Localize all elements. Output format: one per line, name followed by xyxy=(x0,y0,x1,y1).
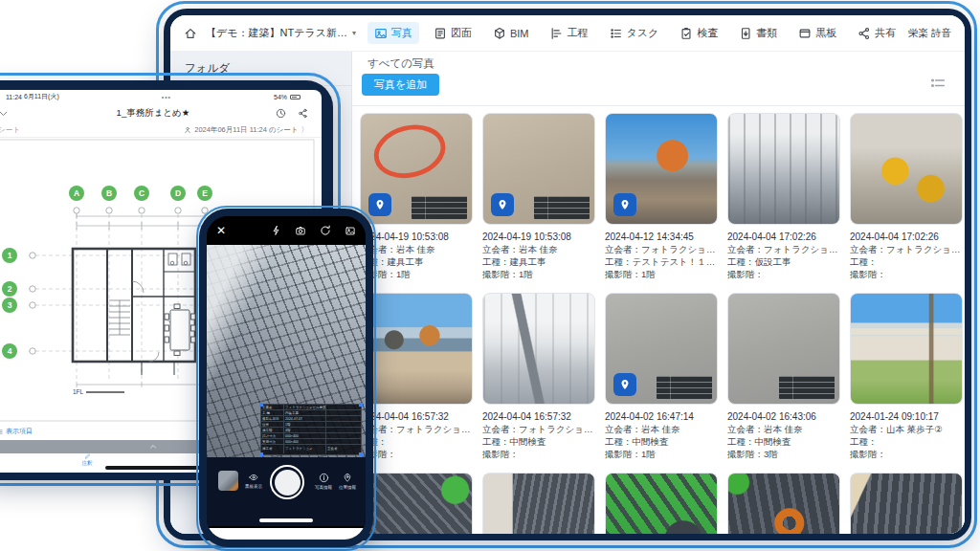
photo-card[interactable]: 2024-04-19 10:53:08 立会者：岩本 佳奈 工種：建具工事 撮影… xyxy=(360,113,473,280)
svg-text:E: E xyxy=(202,188,208,198)
photo-caption: 2024-04-19 10:53:08 立会者：岩本 佳奈 工種：建具工事 撮影… xyxy=(482,225,595,280)
photo-worktype: 工種：テストテスト！１１１… xyxy=(605,255,718,268)
history-clock-icon[interactable] xyxy=(276,108,286,119)
photo-floor: 撮影階： xyxy=(850,268,963,280)
inspection-icon xyxy=(679,27,693,40)
photo-thumbnail[interactable] xyxy=(850,473,963,534)
photo-witness: 立会者：岩本 佳奈 xyxy=(482,243,595,255)
tab-schedule[interactable]: 工程 xyxy=(544,22,595,44)
photo-witness: 立会者：フォトラクション … xyxy=(727,243,840,255)
user-name[interactable]: 栄楽 詩音 xyxy=(908,27,951,40)
photo-card[interactable]: 2024-04-04 16:57:32 立会者：フォトラクション … 工種：中間… xyxy=(482,293,595,460)
photo-datetime: 2024-04-04 17:02:26 xyxy=(727,231,840,243)
photo-card[interactable]: 2024-04-02 16:47:14 立会者：岩本 佳奈 工種：中間検査 撮影… xyxy=(605,293,718,460)
nav-tabs: 写真 図面 BIM 工程 タスク xyxy=(368,22,902,44)
photo-caption: 2024-01-24 09:10:17 立会者：山本 菜歩子② 工種： 撮影階： xyxy=(850,405,963,460)
photo-thumbnail[interactable] xyxy=(360,293,473,405)
photo-thumbnail[interactable] xyxy=(605,113,718,225)
shutter-button[interactable] xyxy=(270,465,304,499)
camera-control-bar: 黒板表示 写真情報 位置情報 xyxy=(207,457,366,526)
photo-worktype: 工種：建具工事 xyxy=(360,255,473,268)
blackboard-icon xyxy=(798,27,812,40)
photo-card[interactable] xyxy=(360,473,473,534)
photo-card[interactable]: 2024-04-19 10:53:08 立会者：岩本 佳奈 工種：建具工事 撮影… xyxy=(482,113,595,280)
photo-card[interactable]: 2024-04-02 16:43:06 立会者：岩本 佳奈 工種：中間検査 撮影… xyxy=(727,293,840,460)
photo-datetime: 2024-04-19 10:53:08 xyxy=(360,231,473,243)
photo-datetime: 2024-01-24 09:10:17 xyxy=(850,410,963,423)
share-icon[interactable] xyxy=(298,108,308,119)
photo-thumbnail[interactable] xyxy=(727,113,840,225)
photo-info-button[interactable]: 写真情報 xyxy=(315,473,332,490)
blackboard-toggle[interactable]: 黒板表示 xyxy=(245,473,262,489)
tab-share[interactable]: 共有 xyxy=(851,22,902,44)
svg-text:1: 1 xyxy=(8,251,12,260)
rotate-camera-icon xyxy=(320,225,331,236)
resize-handle[interactable] xyxy=(259,452,263,456)
location-info-button[interactable]: 位置情報 xyxy=(339,473,356,490)
resize-handle[interactable] xyxy=(259,403,263,407)
last-photo-thumbnail[interactable] xyxy=(218,471,238,491)
image-icon xyxy=(374,27,388,40)
task-list-icon xyxy=(610,27,623,40)
list-icon xyxy=(0,429,3,435)
photo-thumbnail[interactable] xyxy=(605,473,718,534)
svg-text:B: B xyxy=(106,188,112,198)
photo-witness: 立会者：フォトラクション … xyxy=(482,423,595,435)
resize-handle[interactable] xyxy=(359,452,363,456)
photo-grid: 2024-04-19 10:53:08 立会者：岩本 佳奈 工種：建具工事 撮影… xyxy=(360,113,965,534)
photo-witness: 立会者：岩本 佳奈 xyxy=(360,243,473,255)
tab-drawings[interactable]: 図面 xyxy=(427,22,479,44)
tab-documents[interactable]: 書類 xyxy=(732,22,784,44)
photo-witness: 立会者：フォトラクション … xyxy=(850,243,963,255)
list-view-toggle-icon[interactable] xyxy=(930,77,946,90)
location-pin-badge xyxy=(613,373,636,396)
digital-blackboard-overlay[interactable]: 工事名フォトラクションビル新築工事 工 種内装工事 撮影年月日2024-07-0… xyxy=(260,404,362,455)
tab-inspection[interactable]: 検査 xyxy=(673,22,724,44)
photo-thumbnail[interactable] xyxy=(360,113,473,225)
photo-thumbnail[interactable] xyxy=(482,293,595,405)
photo-card[interactable] xyxy=(727,473,840,534)
photo-thumbnail[interactable] xyxy=(360,473,473,534)
photo-thumbnail[interactable] xyxy=(727,473,840,534)
display-items-link[interactable]: 表示項目 xyxy=(0,427,33,436)
photo-floor: 撮影階：1階 xyxy=(482,268,595,280)
photo-datetime: 2024-04-02 16:43:06 xyxy=(727,410,840,423)
resize-handle[interactable] xyxy=(359,403,363,407)
location-pin-icon xyxy=(343,473,352,483)
photo-card[interactable]: 2024-04-12 14:34:45 立会者：フォトラクション … 工種：テス… xyxy=(605,113,718,280)
photo-witness: 立会者：岩本 佳奈 xyxy=(605,423,718,435)
tab-tasks[interactable]: タスク xyxy=(603,22,666,44)
annotate-tool[interactable]: 注釈 xyxy=(82,453,93,467)
photo-card[interactable]: 2024-04-04 16:57:32 立会者：フォトラクション … 工種： 撮… xyxy=(360,293,473,460)
photo-caption: 2024-04-04 17:02:26 立会者：フォトラクション … 工種： 撮… xyxy=(850,225,963,280)
photo-card[interactable] xyxy=(482,473,595,534)
photo-card[interactable]: 2024-04-04 17:02:26 立会者：フォトラクション … 工種： 撮… xyxy=(850,113,963,280)
tab-blackboard[interactable]: 黒板 xyxy=(791,22,843,44)
tab-photos[interactable]: 写真 xyxy=(368,22,419,44)
photo-thumbnail[interactable] xyxy=(482,473,595,534)
photo-caption: 2024-04-04 16:57:32 立会者：フォトラクション … 工種： 撮… xyxy=(360,405,473,460)
photo-caption: 2024-04-04 17:02:26 立会者：フォトラクション … 工種：仮設… xyxy=(727,225,840,280)
photo-thumbnail[interactable] xyxy=(850,113,963,225)
eye-icon xyxy=(248,473,259,482)
phone-camera-screen: ✕ 工事名フォトラクションビル新築工事 工 種内装工事 撮影年月日2024-07… xyxy=(207,216,366,540)
photo-thumbnail[interactable] xyxy=(727,293,840,405)
add-photo-button[interactable]: 写真を追加 xyxy=(362,74,439,96)
photo-card[interactable] xyxy=(605,473,718,534)
photo-card[interactable]: 2024-04-04 17:02:26 立会者：フォトラクション … 工種：仮設… xyxy=(727,113,840,280)
project-selector[interactable]: 【デモ：建築】NTテラス新… ▾ xyxy=(206,26,356,40)
photo-thumbnail[interactable] xyxy=(850,293,963,405)
photo-card[interactable] xyxy=(850,473,963,534)
photo-datetime: 2024-04-04 16:57:32 xyxy=(482,410,595,423)
photo-thumbnail[interactable] xyxy=(482,113,595,225)
home-icon[interactable] xyxy=(184,27,197,40)
chevron-down-icon[interactable] xyxy=(0,108,9,119)
location-pin-badge xyxy=(368,193,391,216)
photo-datetime: 2024-04-04 17:02:26 xyxy=(850,231,963,243)
close-icon[interactable]: ✕ xyxy=(216,224,226,237)
tab-bim[interactable]: BIM xyxy=(486,23,536,44)
photo-card[interactable]: 2024-01-24 09:10:17 立会者：山本 菜歩子② 工種： 撮影階： xyxy=(850,293,963,460)
photo-thumbnail[interactable] xyxy=(605,293,718,405)
sheet-info[interactable]: 2024年06月11日 11:24 のシート 〉 xyxy=(184,125,308,135)
camera-viewfinder[interactable]: 工事名フォトラクションビル新築工事 工 種内装工事 撮影年月日2024-07-0… xyxy=(207,245,366,457)
